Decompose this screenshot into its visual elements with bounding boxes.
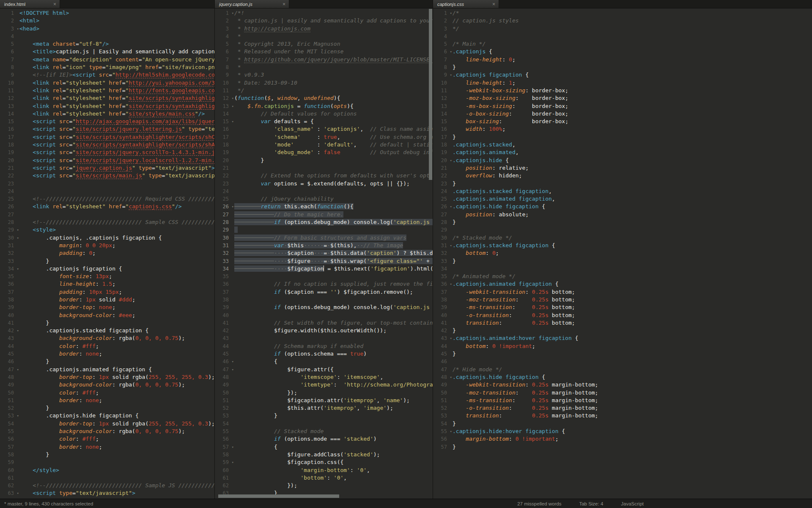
code-text[interactable]: <!--[if IE]><script src="http://html5shi… [19, 71, 214, 79]
code-line[interactable]: 3 * http://captionjs.com [215, 25, 433, 33]
line-number[interactable]: 43 [215, 334, 234, 342]
code-text[interactable]: transition: 0.25s margin-bottom; [453, 412, 812, 420]
fold-arrow-icon[interactable]: ▾ [17, 366, 19, 373]
code-line[interactable]: 62 <!--///////////////////////////// Sam… [0, 482, 214, 489]
code-text[interactable]: } [453, 180, 812, 188]
code-line[interactable]: 38 border: 1px solid #ddd; [0, 296, 214, 304]
code-text[interactable]: .captionjs { [453, 48, 812, 55]
line-number[interactable]: 21 [433, 164, 453, 172]
code-text[interactable]: -webkit-box-sizing: border-box; [453, 87, 812, 94]
code-line[interactable]: 60 </style> [0, 467, 214, 474]
code-text[interactable]: ────────────····$figure····=·$this.wrap(… [234, 257, 433, 265]
line-number[interactable]: 25 [433, 195, 453, 203]
code-line[interactable]: 35 [215, 273, 433, 280]
fold-arrow-icon[interactable]: ▾ [450, 48, 452, 55]
code-line[interactable]: 7 line-height: 0; [433, 56, 812, 64]
status-language[interactable]: JavaScript [621, 501, 644, 506]
code-text[interactable]: $this.attr('itemprop', 'image'); [234, 404, 433, 412]
line-number[interactable]: 42▾ [0, 327, 19, 334]
line-number[interactable]: 23 [215, 180, 234, 188]
fold-arrow-icon[interactable]: ▾ [17, 489, 19, 497]
fold-arrow-icon[interactable]: ▾ [232, 102, 234, 110]
code-text[interactable]: overflow: hidden; [453, 172, 812, 179]
code-line[interactable]: 57▾ { [215, 443, 433, 451]
line-number[interactable]: 23 [0, 180, 19, 188]
code-text[interactable]: } [453, 133, 812, 141]
code-line[interactable]: 40 -o-transition: 0.25s bottom; [433, 312, 812, 319]
line-number[interactable]: 15 [0, 118, 19, 125]
code-line[interactable]: 38 [215, 296, 433, 304]
line-number[interactable]: 51 [433, 397, 453, 404]
line-number[interactable]: 32 [215, 249, 234, 257]
code-line[interactable]: 39 -ms-transition: 0.25s bottom; [433, 304, 812, 311]
code-line[interactable]: 43▾.captionjs.animated:hover figcaption … [433, 334, 812, 342]
code-line[interactable]: 13 <link rel="stylesheet" href="site/scr… [0, 102, 214, 110]
code-text[interactable]: margin-bottom: 0 !important; [453, 435, 812, 443]
code-line[interactable]: 7 <meta name="description" content="An o… [0, 56, 214, 64]
code-line[interactable]: 56 if (options.mode === 'stacked') [215, 435, 433, 443]
code-text[interactable]: font-size: 13px; [19, 273, 214, 280]
line-number[interactable]: 32 [0, 249, 19, 257]
code-line[interactable]: 33} [433, 257, 812, 265]
code-text[interactable]: $figure.width($this.outerWidth()); [234, 327, 433, 334]
code-line[interactable]: 45 border: none; [0, 350, 214, 358]
line-number[interactable]: 16 [0, 125, 19, 133]
code-text[interactable]: $figcaption.css({ [234, 458, 433, 466]
code-line[interactable]: 37 if ($caption === '') $figcaption.remo… [215, 288, 433, 296]
code-line[interactable]: 26▾.captionjs.hide figcaption { [433, 203, 812, 210]
line-number[interactable]: 12▾ [215, 94, 234, 102]
fold-arrow-icon[interactable]: ▾ [232, 358, 234, 365]
code-text[interactable]: } [453, 64, 812, 71]
code-text[interactable]: <script src="site/scripts/main.js" type=… [19, 172, 214, 179]
code-text[interactable] [453, 33, 812, 40]
line-number[interactable]: 40 [0, 312, 19, 319]
code-text[interactable]: <head> [19, 25, 214, 33]
line-number[interactable]: 9 [215, 71, 234, 79]
line-number[interactable]: 39 [215, 304, 234, 311]
code-text[interactable]: -ms-transition: 0.25s margin-bottom; [453, 397, 812, 404]
line-number[interactable]: 22 [215, 172, 234, 179]
line-number[interactable]: 48▾ [433, 373, 453, 381]
code-text[interactable]: -o-box-sizing: border-box; [453, 110, 812, 118]
line-number[interactable]: 2 [215, 17, 234, 25]
fold-arrow-icon[interactable]: ▾ [232, 118, 234, 125]
line-number[interactable]: 9 [0, 71, 19, 79]
line-number[interactable]: 50 [0, 389, 19, 397]
line-number[interactable]: 32 [433, 249, 453, 257]
code-text[interactable] [19, 458, 214, 466]
line-number[interactable]: 49 [215, 381, 234, 389]
line-number[interactable]: 46▾ [215, 358, 234, 365]
code-text[interactable]: // If no caption is supplied, just remov… [234, 280, 433, 288]
line-number[interactable]: 49 [0, 381, 19, 389]
fold-arrow-icon[interactable]: ▾ [232, 94, 234, 102]
code-text[interactable]: <script src="http://ajax.googleapis.com/… [19, 118, 214, 125]
code-text[interactable]: }); [234, 482, 433, 489]
code-line[interactable]: 6 <title>caption.js | Easily and semanti… [0, 48, 214, 55]
code-line[interactable]: 52 -o-transition: 0.25s margin-bottom; [433, 404, 812, 412]
code-text[interactable]: margin: 0 0 20px; [19, 242, 214, 249]
line-number[interactable]: 54 [433, 420, 453, 428]
horizontal-scrollbar[interactable] [218, 494, 339, 498]
line-number[interactable]: 20▾ [433, 157, 453, 164]
code-text[interactable]: <link rel="stylesheet" href="site/script… [19, 94, 214, 102]
line-number[interactable]: 31 [0, 242, 19, 249]
code-line[interactable]: 17 'schema' : true, // Use schema.org ma… [215, 133, 433, 141]
code-line[interactable]: 46 [433, 358, 812, 365]
code-text[interactable]: 'class_name' : 'captionjs', // Class nam… [234, 125, 433, 133]
code-text[interactable]: 'bottom': '0', [234, 474, 433, 482]
line-number[interactable]: 26 [0, 203, 19, 210]
code-line[interactable]: 2 * caption.js | easily and semantically… [215, 17, 433, 25]
line-number[interactable]: 40 [215, 312, 234, 319]
code-text[interactable]: <!--///////////////////////////// Sample… [19, 218, 214, 226]
code-line[interactable]: 11 */ [215, 87, 433, 94]
code-text[interactable]: // jQuery chainability [234, 195, 433, 203]
line-number[interactable]: 24 [0, 188, 19, 195]
code-line[interactable]: 40 background-color: #eee; [0, 312, 214, 319]
code-line[interactable]: 14 // Default values for options [215, 110, 433, 118]
code-line[interactable]: 24.captionjs.stacked figcaption, [433, 188, 812, 195]
line-number[interactable]: 35 [215, 273, 234, 280]
line-number[interactable]: 62 [0, 482, 19, 489]
line-number[interactable]: 34 [215, 265, 234, 273]
code-line[interactable]: 25 <!--///////////////////////////// Req… [0, 195, 214, 203]
code-text[interactable]: var options = $.extend(defaults, opts ||… [234, 180, 433, 188]
